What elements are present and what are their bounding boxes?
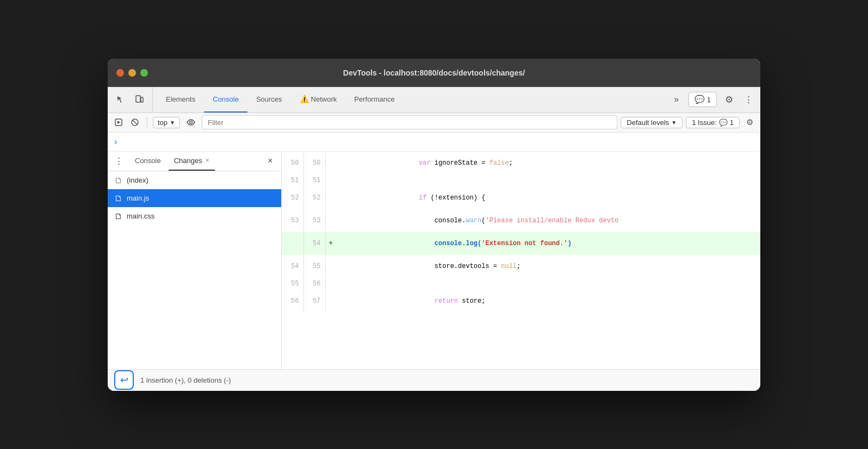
line-marker: [325, 255, 336, 278]
file-item-index[interactable]: 🗋 (index): [108, 171, 281, 189]
line-num-old: [282, 232, 303, 255]
more-tabs-button[interactable]: »: [668, 91, 685, 108]
table-row: 53 53 console.warn('Please install/enabl…: [282, 209, 760, 232]
changes-tab-close[interactable]: ×: [206, 157, 209, 164]
file-list: 🗋 (index) 🗋 main.js 🗋 main.css: [108, 171, 281, 369]
table-row: 52 52 if (!extension) {: [282, 186, 760, 209]
devtools-body: Elements Console Sources ⚠️ Network Perf…: [108, 87, 760, 391]
run-button[interactable]: [112, 116, 125, 129]
tab-bar: Elements Console Sources ⚠️ Network Perf…: [108, 87, 760, 113]
revert-button[interactable]: ↩: [114, 370, 134, 390]
toolbar-separator-1: [147, 117, 147, 128]
tab-elements[interactable]: Elements: [157, 87, 204, 113]
message-icon: 💬: [695, 95, 705, 104]
line-code: return store;: [336, 290, 760, 313]
table-row: 51 51: [282, 174, 760, 186]
line-code: [336, 278, 760, 290]
file-item-main-js[interactable]: 🗋 main.js: [108, 189, 281, 207]
line-code: store.devtools = null;: [336, 255, 760, 278]
line-num-old: 50: [282, 152, 303, 174]
line-code: if (!extension) {: [336, 186, 760, 209]
minimize-button[interactable]: [128, 69, 136, 77]
inspect-element-button[interactable]: [112, 91, 129, 108]
levels-arrow-icon: ▼: [671, 120, 677, 126]
line-marker: [325, 290, 336, 313]
svg-marker-3: [117, 121, 120, 124]
log-levels-button[interactable]: Default levels ▼: [621, 117, 683, 128]
table-row: 50 50 var ignoreState = false;: [282, 152, 760, 174]
panel-menu-button[interactable]: ⋮: [112, 154, 125, 167]
window-title: DevTools - localhost:8080/docs/devtools/…: [343, 68, 525, 77]
tab-network[interactable]: ⚠️ Network: [291, 87, 346, 113]
maximize-button[interactable]: [140, 69, 148, 77]
file-icon-css: 🗋: [114, 211, 122, 221]
main-content: ⋮ Console Changes × × 🗋 (index): [108, 152, 760, 369]
line-num-new: 57: [303, 290, 325, 313]
line-code-added: console.log('Extension not found.'): [336, 232, 760, 255]
line-num-old: 56: [282, 290, 303, 313]
context-selector[interactable]: top ▼: [153, 117, 180, 128]
file-item-main-css[interactable]: 🗋 main.css: [108, 207, 281, 225]
panel-tab-changes[interactable]: Changes ×: [169, 151, 215, 171]
issues-button[interactable]: 1 Issue: 💬 1: [686, 117, 740, 128]
line-num-new: 50: [303, 152, 325, 174]
table-row: 54 55 store.devtools = null;: [282, 255, 760, 278]
file-icon-js: 🗋: [114, 194, 122, 203]
line-marker: [325, 174, 336, 186]
expand-row[interactable]: ›: [108, 133, 760, 152]
traffic-lights: [116, 69, 148, 77]
device-toolbar-button[interactable]: [131, 91, 148, 108]
line-code: console.warn('Please install/enable Redu…: [336, 209, 760, 232]
tab-bar-left-controls: [112, 87, 153, 113]
settings-button[interactable]: ⚙: [720, 91, 737, 108]
line-num-old: 54: [282, 255, 303, 278]
live-expressions-button[interactable]: [183, 115, 199, 130]
line-num-old: 55: [282, 278, 303, 290]
line-num-new: 53: [303, 209, 325, 232]
line-marker: [325, 186, 336, 209]
line-marker-add: +: [325, 232, 336, 255]
line-num-new: 55: [303, 255, 325, 278]
panel-tab-console[interactable]: Console: [129, 151, 166, 171]
line-marker: [325, 278, 336, 290]
file-icon-index: 🗋: [114, 176, 122, 185]
line-code: var ignoreState = false;: [336, 152, 760, 174]
tab-sources[interactable]: Sources: [247, 87, 291, 113]
close-panel-button[interactable]: ×: [264, 154, 277, 167]
console-settings-button[interactable]: ⚙: [743, 116, 756, 129]
status-bar: ↩ 1 insertion (+), 0 deletions (-): [108, 369, 760, 391]
svg-line-5: [133, 120, 137, 124]
status-summary: 1 insertion (+), 0 deletions (-): [140, 376, 231, 384]
title-bar: DevTools - localhost:8080/docs/devtools/…: [108, 59, 760, 87]
line-num-old: 52: [282, 186, 303, 209]
tab-console[interactable]: Console: [204, 87, 247, 113]
svg-point-6: [189, 121, 192, 124]
more-options-button[interactable]: ⋮: [741, 91, 756, 108]
line-code: [336, 174, 760, 186]
main-tabs: Elements Console Sources ⚠️ Network Perf…: [157, 87, 668, 113]
line-num-old: 53: [282, 209, 303, 232]
table-row: 56 57 return store;: [282, 290, 760, 313]
line-num-new: 51: [303, 174, 325, 186]
line-num-old: 51: [282, 174, 303, 186]
message-badge-button[interactable]: 💬 1: [689, 92, 717, 107]
sidebar-panel: ⋮ Console Changes × × 🗋 (index): [108, 152, 282, 369]
filter-input[interactable]: [202, 115, 617, 129]
svg-rect-0: [136, 96, 140, 102]
close-button[interactable]: [116, 69, 124, 77]
panel-tab-bar: ⋮ Console Changes × ×: [108, 152, 281, 171]
table-row: 55 56: [282, 278, 760, 290]
network-warning-icon: ⚠️: [300, 95, 309, 103]
line-num-new: 52: [303, 186, 325, 209]
svg-rect-1: [141, 97, 143, 102]
table-row-added: 54 + console.log('Extension not found.'): [282, 232, 760, 255]
line-num-new: 54: [303, 232, 325, 255]
line-marker: [325, 152, 336, 174]
code-panel: 50 50 var ignoreState = false; 51 51: [282, 152, 760, 369]
tab-performance[interactable]: Performance: [345, 87, 403, 113]
devtools-window: DevTools - localhost:8080/docs/devtools/…: [108, 59, 760, 391]
clear-console-button[interactable]: [128, 116, 141, 129]
line-marker: [325, 209, 336, 232]
console-toolbar: top ▼ Default levels ▼ 1 Issue: 💬 1 ⚙: [108, 113, 760, 133]
code-table: 50 50 var ignoreState = false; 51 51: [282, 152, 760, 313]
